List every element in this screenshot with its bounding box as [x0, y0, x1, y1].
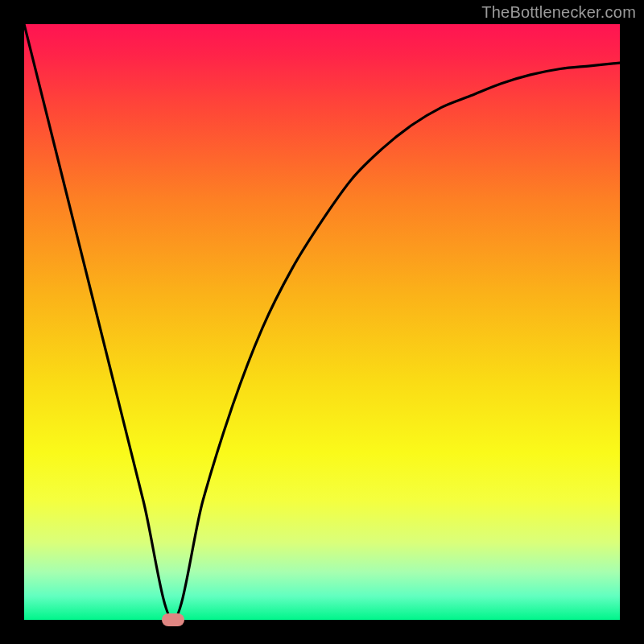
- chart-svg: [24, 24, 620, 620]
- gradient-background: [24, 24, 620, 620]
- optimum-marker: [162, 613, 184, 626]
- watermark-text: TheBottlenecker.com: [481, 3, 636, 22]
- plot-area: [24, 24, 620, 620]
- chart-frame: TheBottlenecker.com: [0, 0, 644, 644]
